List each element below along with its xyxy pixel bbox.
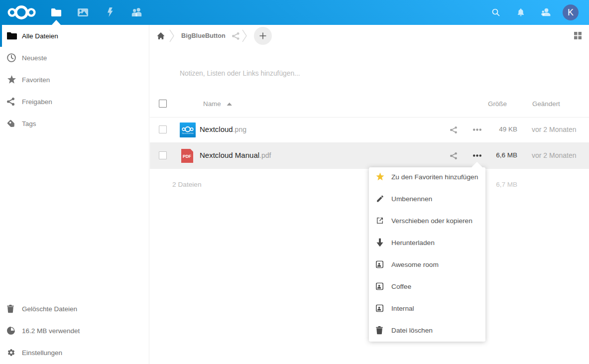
svg-text:Nextcloud Hub: Nextcloud Hub: [182, 132, 194, 134]
svg-text:PDF: PDF: [183, 154, 191, 159]
